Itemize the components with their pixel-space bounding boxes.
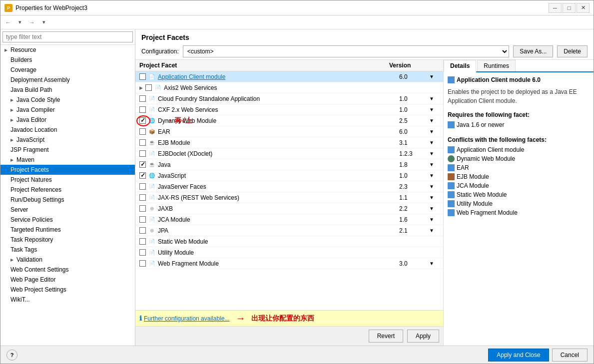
- sidebar-item-server[interactable]: Server: [0, 205, 135, 215]
- facet-row-jaxb[interactable]: ⊕ JAXB 2.2 ▼: [135, 203, 443, 214]
- facet-checkbox-utility[interactable]: [139, 249, 146, 256]
- facet-name-application-client[interactable]: Application Client module: [158, 73, 399, 80]
- facet-dropdown-ejbdoclet[interactable]: ▼: [429, 151, 439, 156]
- facet-row-web-fragment[interactable]: 📄 Web Fragment Module 3.0 ▼: [135, 258, 443, 269]
- facet-dropdown-jpa[interactable]: ▼: [429, 228, 439, 233]
- sidebar-item-task-tags[interactable]: Task Tags: [0, 245, 135, 255]
- help-button[interactable]: ?: [6, 350, 17, 361]
- facet-checkbox-web-fragment[interactable]: [139, 260, 146, 267]
- facet-name-jaxb[interactable]: JAXB: [158, 205, 399, 212]
- sidebar-item-project-references[interactable]: Project References: [0, 185, 135, 195]
- facet-checkbox-java[interactable]: [139, 161, 146, 168]
- cancel-button[interactable]: Cancel: [552, 349, 588, 362]
- facet-dropdown-jsf[interactable]: ▼: [429, 184, 439, 189]
- facet-checkbox-jaxb[interactable]: [139, 205, 146, 212]
- facet-name-cloud-foundry[interactable]: Cloud Foundry Standalone Application: [158, 95, 399, 102]
- facet-name-jca[interactable]: JCA Module: [158, 216, 399, 223]
- sidebar-item-javascript[interactable]: JavaScript: [0, 135, 135, 145]
- facet-name-axis2[interactable]: Axis2 Web Services: [164, 84, 409, 91]
- facet-dropdown-jca[interactable]: ▼: [429, 217, 439, 222]
- facet-dropdown-web-fragment[interactable]: ▼: [429, 261, 439, 266]
- facet-dropdown-javascript[interactable]: ▼: [429, 173, 439, 178]
- facet-expand-axis2[interactable]: ▶: [139, 85, 145, 90]
- facet-name-static-web[interactable]: Static Web Module: [158, 238, 409, 245]
- sidebar-item-javadoc-location[interactable]: Javadoc Location: [0, 125, 135, 135]
- apply-close-button[interactable]: Apply and Close: [488, 349, 549, 362]
- facet-name-java[interactable]: Java: [158, 161, 399, 168]
- facet-checkbox-jca[interactable]: [139, 216, 146, 223]
- sidebar-item-java-editor[interactable]: Java Editor: [0, 115, 135, 125]
- sidebar-item-java-compiler[interactable]: Java Compiler: [0, 105, 135, 115]
- facet-dropdown-jaxb[interactable]: ▼: [429, 206, 439, 211]
- facet-name-ejb[interactable]: EJB Module: [158, 139, 399, 146]
- facet-checkbox-javascript[interactable]: [139, 172, 146, 179]
- facet-checkbox-dynamic-web[interactable]: [139, 117, 146, 124]
- tab-runtimes[interactable]: Runtimes: [477, 60, 516, 71]
- sidebar-item-web-content-settings[interactable]: Web Content Settings: [0, 265, 135, 275]
- config-select[interactable]: <custom>: [183, 45, 510, 57]
- sidebar-item-resource[interactable]: Resource: [0, 45, 135, 55]
- facet-row-dynamic-web[interactable]: 🌐 Dynamic Web Module 2.5 ▼ → 再√上: [135, 115, 443, 126]
- facet-row-javascript[interactable]: 🌐 JavaScript 1.0 ▼: [135, 170, 443, 181]
- facet-dropdown-java[interactable]: ▼: [429, 162, 439, 167]
- facet-row-ejb[interactable]: ☕ EJB Module 3.1 ▼: [135, 137, 443, 148]
- facet-checkbox-jsf[interactable]: [139, 183, 146, 190]
- sidebar-item-task-repository[interactable]: Task Repository: [0, 235, 135, 245]
- facet-name-ear[interactable]: EAR: [158, 128, 399, 135]
- facet-dropdown-jaxrs[interactable]: ▼: [429, 195, 439, 200]
- facet-row-ejbdoclet[interactable]: 📄 EJBDoclet (XDoclet) 1.2.3 ▼: [135, 148, 443, 159]
- facet-row-jsf[interactable]: 📄 JavaServer Faces 2.3 ▼: [135, 181, 443, 192]
- sidebar-item-project-natures[interactable]: Project Natures: [0, 175, 135, 185]
- sidebar-item-web-page-editor[interactable]: Web Page Editor: [0, 275, 135, 285]
- facet-name-jpa[interactable]: JPA: [158, 227, 399, 234]
- facet-row-jaxrs[interactable]: 📄 JAX-RS (REST Web Services) 1.1 ▼: [135, 192, 443, 203]
- delete-button[interactable]: Delete: [557, 45, 588, 57]
- facet-dropdown-application-client[interactable]: ▼: [429, 74, 439, 79]
- facet-row-utility[interactable]: 📄 Utility Module: [135, 247, 443, 258]
- further-config-link[interactable]: Further configuration available...: [144, 315, 229, 322]
- sidebar-item-builders[interactable]: Builders: [0, 55, 135, 65]
- apply-button[interactable]: Apply: [407, 330, 439, 343]
- back-dropdown-button[interactable]: ▾: [14, 17, 25, 28]
- minimize-button[interactable]: ─: [549, 3, 562, 13]
- facets-scroll[interactable]: 📄 Application Client module 6.0 ▼ ▶ 📄 Ax…: [135, 71, 443, 310]
- sidebar-item-validation[interactable]: Validation: [0, 255, 135, 265]
- facet-checkbox-jaxrs[interactable]: [139, 194, 146, 201]
- facet-checkbox-cloud-foundry[interactable]: [139, 95, 146, 102]
- facet-checkbox-static-web[interactable]: [139, 238, 146, 245]
- facet-checkbox-ear[interactable]: [139, 128, 146, 135]
- facet-row-jca[interactable]: 📄 JCA Module 1.6 ▼: [135, 214, 443, 225]
- forward-dropdown-button[interactable]: ▾: [38, 17, 49, 28]
- close-button[interactable]: ✕: [577, 3, 590, 13]
- facet-row-cloud-foundry[interactable]: 📄 Cloud Foundry Standalone Application 1…: [135, 93, 443, 104]
- filter-input[interactable]: [2, 31, 133, 42]
- facet-checkbox-axis2[interactable]: [145, 84, 152, 91]
- sidebar-item-run-debug-settings[interactable]: Run/Debug Settings: [0, 195, 135, 205]
- facet-checkbox-ejb[interactable]: [139, 139, 146, 146]
- facet-name-ejbdoclet[interactable]: EJBDoclet (XDoclet): [158, 150, 399, 157]
- sidebar-item-project-facets[interactable]: Project Facets: [0, 165, 135, 175]
- facet-row-ear[interactable]: 📦 EAR 6.0 ▼: [135, 126, 443, 137]
- sidebar-item-wikit[interactable]: WikiT...: [0, 295, 135, 305]
- facet-name-jaxrs[interactable]: JAX-RS (REST Web Services): [158, 194, 399, 201]
- sidebar-item-targeted-runtimes[interactable]: Targeted Runtimes: [0, 225, 135, 235]
- facet-row-jpa[interactable]: ⊕ JPA 2.1 ▼: [135, 225, 443, 236]
- back-button[interactable]: ←: [2, 17, 13, 28]
- facet-row-java[interactable]: ☕ Java 1.8 ▼: [135, 159, 443, 170]
- facet-name-utility[interactable]: Utility Module: [158, 249, 409, 256]
- tab-details[interactable]: Details: [444, 60, 476, 72]
- revert-button[interactable]: Revert: [369, 330, 403, 343]
- sidebar-item-deployment-assembly[interactable]: Deployment Assembly: [0, 75, 135, 85]
- facet-row-axis2[interactable]: ▶ 📄 Axis2 Web Services: [135, 82, 443, 93]
- facet-name-cxf[interactable]: CXF 2.x Web Services: [158, 106, 399, 113]
- facet-dropdown-ear[interactable]: ▼: [429, 129, 439, 134]
- maximize-button[interactable]: □: [563, 3, 576, 13]
- sidebar-item-web-project-settings[interactable]: Web Project Settings: [0, 285, 135, 295]
- facet-checkbox-jpa[interactable]: [139, 227, 146, 234]
- sidebar-item-java-build-path[interactable]: Java Build Path: [0, 85, 135, 95]
- facet-name-jsf[interactable]: JavaServer Faces: [158, 183, 399, 190]
- facet-dropdown-cloud-foundry[interactable]: ▼: [429, 96, 439, 101]
- sidebar-item-java-code-style[interactable]: Java Code Style: [0, 95, 135, 105]
- sidebar-item-jsp-fragment[interactable]: JSP Fragment: [0, 145, 135, 155]
- facet-name-javascript[interactable]: JavaScript: [158, 172, 399, 179]
